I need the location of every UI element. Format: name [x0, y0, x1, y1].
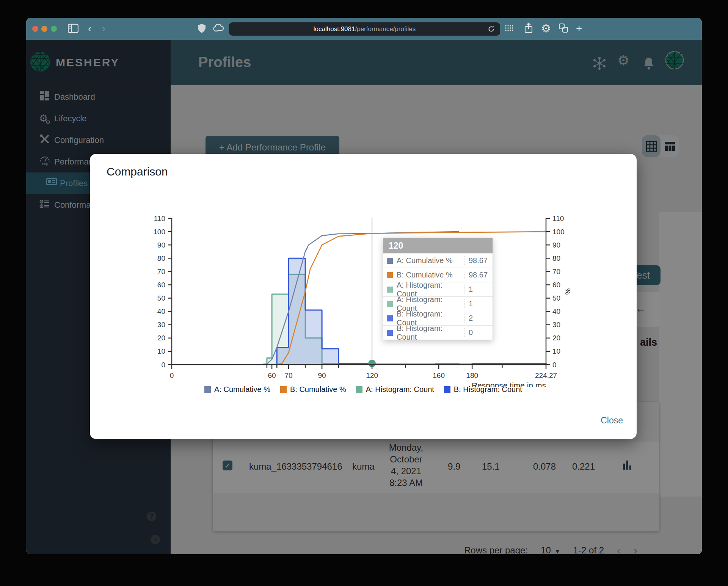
svg-text:50: 50 [157, 294, 165, 302]
svg-text:70: 70 [284, 371, 292, 379]
svg-text:60: 60 [157, 281, 165, 289]
series-swatch [387, 315, 393, 321]
series-swatch [204, 386, 211, 393]
svg-text:70: 70 [552, 268, 560, 276]
browser-window: ‹ › localhost:9081/performance/profiles … [26, 18, 702, 554]
url-path: /performance/profiles [355, 25, 416, 33]
svg-text:224.27: 224.27 [535, 371, 557, 379]
svg-text:%: % [564, 288, 572, 295]
comparison-chart: 0010102020303040405050606070708080909010… [143, 175, 621, 387]
svg-text:110: 110 [154, 215, 165, 222]
desktop: ‹ › localhost:9081/performance/profiles … [0, 0, 728, 586]
svg-text:20: 20 [552, 334, 560, 342]
refresh-icon[interactable] [488, 25, 495, 34]
settings-gear-icon[interactable]: ⚙ [541, 22, 551, 35]
svg-text:120: 120 [366, 371, 378, 379]
tooltip-row: B: Histogram: Count0 [383, 325, 493, 340]
new-tab-icon[interactable]: + [576, 22, 582, 34]
svg-text:100: 100 [153, 228, 165, 236]
tooltip-row: A: Histogram: Count1 [383, 296, 493, 311]
svg-text:20: 20 [157, 334, 165, 342]
comparison-modal: Comparison 00101020203030404050506060707… [90, 154, 637, 439]
svg-text:0: 0 [170, 371, 174, 379]
series-swatch [356, 386, 362, 393]
maximize-window-button[interactable] [51, 26, 57, 32]
svg-text:70: 70 [157, 268, 165, 276]
series-swatch [387, 301, 393, 307]
svg-text:90: 90 [157, 241, 165, 249]
back-button[interactable]: ‹ [88, 23, 91, 34]
tooltip-row: B: Histogram: Count2 [383, 311, 493, 325]
series-swatch [387, 330, 393, 336]
series-swatch [387, 287, 393, 293]
svg-text:40: 40 [157, 307, 165, 315]
meshery-app: MESHERY Dashboard ⚙⚙ Lifecycle [26, 40, 702, 554]
chart-tooltip: 120 A: Cumulative %98.67 B: Cumulative %… [383, 238, 493, 340]
svg-text:10: 10 [157, 347, 165, 355]
tooltip-header: 120 [383, 238, 493, 253]
shield-icon[interactable] [198, 24, 206, 35]
svg-text:180: 180 [466, 371, 478, 379]
series-swatch [280, 386, 287, 393]
address-bar[interactable]: localhost:9081/performance/profiles [229, 22, 500, 36]
chart-legend: A: Cumulative % B: Cumulative % A: Histo… [90, 385, 637, 394]
svg-text:80: 80 [552, 254, 560, 262]
svg-text:50: 50 [552, 294, 560, 302]
svg-text:60: 60 [552, 281, 560, 289]
svg-text:0: 0 [552, 361, 557, 369]
browser-chrome: ‹ › localhost:9081/performance/profiles … [26, 18, 702, 40]
legend-item[interactable]: A: Histogram: Count [356, 385, 434, 394]
share-icon[interactable] [524, 22, 533, 35]
close-window-button[interactable] [32, 26, 38, 32]
minimize-window-button[interactable] [41, 26, 47, 32]
svg-text:10: 10 [552, 347, 560, 355]
url-host: localhost:9081 [314, 25, 355, 33]
legend-item[interactable]: B: Histogram: Count [444, 385, 522, 394]
tab-groups-icon[interactable] [505, 25, 514, 34]
svg-text:80: 80 [157, 254, 165, 262]
series-swatch [387, 272, 393, 278]
svg-text:40: 40 [552, 307, 560, 315]
legend-item[interactable]: A: Cumulative % [204, 385, 270, 394]
tooltip-row: B: Cumulative %98.67 [383, 268, 493, 282]
svg-text:110: 110 [552, 215, 564, 222]
svg-text:160: 160 [433, 371, 445, 379]
svg-text:60: 60 [268, 371, 276, 379]
tab-overview-icon[interactable] [559, 23, 568, 34]
tooltip-row: A: Cumulative %98.67 [383, 253, 493, 268]
forward-button[interactable]: › [102, 23, 105, 34]
tooltip-row: A: Histogram: Count1 [383, 282, 493, 296]
svg-text:100: 100 [552, 228, 565, 236]
svg-text:30: 30 [157, 321, 165, 329]
svg-text:90: 90 [318, 371, 326, 379]
svg-text:30: 30 [552, 321, 560, 329]
sidebar-toggle-icon[interactable] [68, 24, 78, 35]
legend-item[interactable]: B: Cumulative % [280, 385, 346, 394]
close-button[interactable]: Close [601, 415, 623, 426]
svg-text:90: 90 [552, 241, 560, 249]
series-swatch [444, 386, 450, 393]
chart-canvas[interactable]: 0010102020303040405050606070708080909010… [143, 175, 621, 387]
cloud-icon[interactable] [213, 24, 225, 34]
svg-text:0: 0 [161, 361, 165, 369]
series-swatch [387, 258, 393, 264]
